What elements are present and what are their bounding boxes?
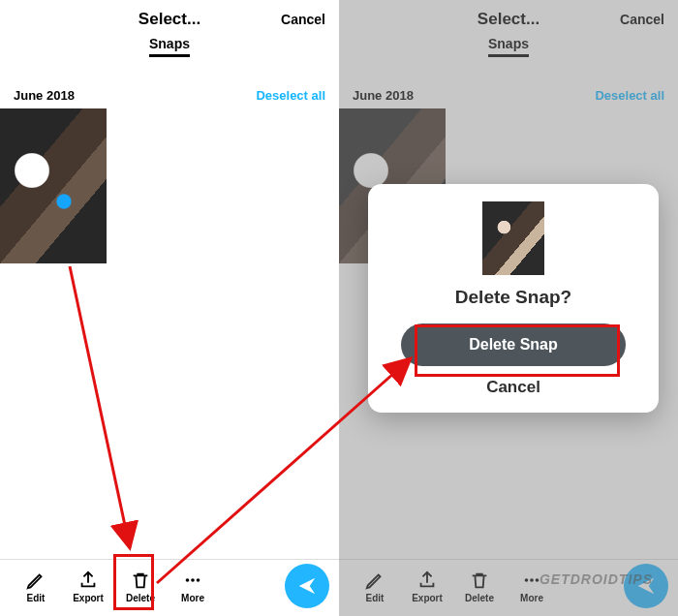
dialog-thumbnail [482,201,544,275]
trash-icon [130,570,151,591]
toolbar: Edit Export Delete More [339,559,678,616]
edit-button[interactable]: Edit [10,570,62,603]
delete-snap-button[interactable]: Delete Snap [401,323,626,366]
export-icon [416,570,438,591]
dialog-title: Delete Snap? [385,287,641,308]
page-title: Select... [139,10,200,28]
toolbar: Edit Export Delete More [0,559,339,616]
send-button[interactable] [285,564,329,608]
deselect-all-button[interactable]: Deselect all [256,88,325,103]
pencil-icon [364,570,385,591]
send-icon [296,575,318,597]
more-button[interactable]: More [167,570,219,603]
svg-point-2 [197,578,200,582]
date-label: June 2018 [353,88,414,103]
section-header: June 2018 Deselect all [339,63,678,108]
date-label: June 2018 [14,88,75,103]
grid [0,108,339,559]
pencil-icon [25,570,46,591]
tabs: Snaps [353,35,664,57]
delete-label: Delete [465,593,494,603]
tab-snaps[interactable]: Snaps [488,36,529,57]
page-title: Select... [478,10,539,28]
cancel-button[interactable]: Cancel [281,12,325,27]
section-header: June 2018 Deselect all [0,63,339,108]
more-icon [182,570,203,591]
watermark: GETDROIDTIPS [539,571,653,587]
export-button[interactable]: Export [62,570,114,603]
tab-snaps[interactable]: Snaps [149,36,190,57]
export-label: Export [412,593,443,603]
delete-label: Delete [126,593,155,603]
edit-button[interactable]: Edit [349,570,401,603]
screen-select: Select... Cancel Snaps June 2018 Deselec… [0,0,339,616]
svg-point-1 [191,578,195,582]
more-label: More [520,593,543,603]
header: Select... Cancel Snaps [339,0,678,63]
svg-point-5 [536,578,539,582]
edit-label: Edit [27,593,46,603]
svg-point-0 [186,578,190,582]
export-button[interactable]: Export [401,570,453,603]
svg-point-4 [530,578,534,582]
export-label: Export [73,593,104,603]
tabs: Snaps [14,35,325,57]
delete-button[interactable]: Delete [453,570,506,603]
cancel-button[interactable]: Cancel [620,12,664,27]
trash-icon [469,570,490,591]
edit-label: Edit [366,593,385,603]
snap-thumbnail[interactable] [0,108,107,263]
more-label: More [181,593,204,603]
delete-button[interactable]: Delete [114,570,167,603]
header: Select... Cancel Snaps [0,0,339,63]
delete-confirm-dialog: Delete Snap? Delete Snap Cancel [368,184,659,413]
svg-point-3 [525,578,529,582]
dialog-cancel-button[interactable]: Cancel [385,378,641,397]
deselect-all-button[interactable]: Deselect all [595,88,664,103]
screen-confirm-delete: Select... Cancel Snaps June 2018 Deselec… [339,0,678,616]
export-icon [77,570,99,591]
